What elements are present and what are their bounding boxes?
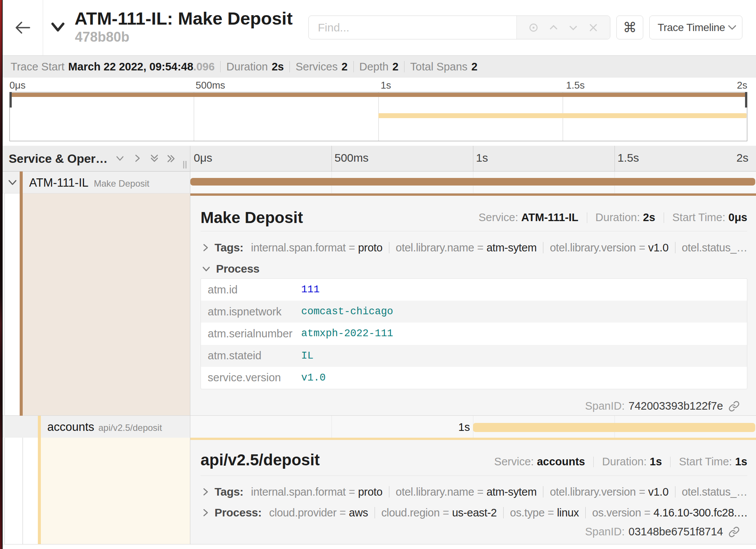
collapse-trace-caret[interactable]	[49, 19, 67, 36]
tags-row-atm[interactable]: Tags: internal.span.format=proto otel.li…	[202, 241, 748, 254]
find-input[interactable]	[309, 16, 516, 39]
chevron-down-icon	[728, 25, 736, 30]
keyboard-shortcuts-button[interactable]: ⌘	[616, 16, 643, 39]
prev-match-icon[interactable]	[548, 22, 559, 33]
trace-view-selector-label: Trace Timeline	[658, 22, 725, 34]
find-group	[308, 16, 610, 39]
minimap-scrubber-left[interactable]	[9, 92, 12, 108]
tree-hairline	[22, 438, 23, 544]
divider	[587, 212, 587, 223]
process-row-accounts[interactable]: Process: cloud.provider=aws cloud.region…	[202, 506, 748, 519]
start-time-value: 1s	[735, 455, 747, 468]
link-icon[interactable]	[728, 526, 740, 538]
detail-border	[3, 544, 756, 544]
span-bar-accounts[interactable]	[473, 423, 755, 432]
tree-hairline	[4, 193, 5, 416]
minimap-span-accounts	[378, 113, 747, 118]
span-duration-label: 1s	[435, 421, 470, 434]
detail-divider	[201, 476, 747, 476]
detail-meta-accounts: Service: accounts Duration: 1s Start Tim…	[494, 455, 747, 468]
divider	[593, 457, 594, 467]
trace-start-value: March 22 2022, 09:54:48.096	[68, 61, 215, 73]
span-id-value: 742003393b122f7e	[628, 400, 723, 412]
timeline-tick-0us: 0μs	[194, 151, 212, 164]
operation-name-atm[interactable]: Make Deposit	[94, 178, 149, 189]
minimap-tick-500ms: 500ms	[196, 80, 225, 91]
process-row: atm.serialnumber atmxph-2022-111	[201, 323, 747, 345]
span-id-label: SpanID:	[585, 400, 625, 412]
trace-summary-bar: Trace Start March 22 2022, 09:54:48.096 …	[3, 56, 756, 78]
timeline-tick-500ms: 500ms	[334, 151, 369, 164]
duration-label: Duration	[226, 61, 268, 73]
span-id-accounts: SpanID: 03148be6751f8714	[585, 526, 740, 538]
start-time-label: Start Time:	[679, 455, 732, 468]
operation-name-accounts[interactable]: api/v2.5/deposit	[98, 423, 162, 433]
duration-value: 2s	[643, 211, 655, 223]
trace-start-label: Trace Start	[11, 61, 64, 73]
detail-title-accounts: api/v2.5/deposit	[201, 451, 320, 469]
column-divider[interactable]	[190, 146, 190, 544]
jaeger-trace-page: ATM-111-IL: Make Deposit 478b80b ⌘ Trace…	[0, 0, 756, 549]
minimap-tick-1s: 1s	[381, 80, 391, 91]
service-value: ATM-111-IL	[521, 211, 579, 223]
trace-view-selector[interactable]: Trace Timeline	[649, 16, 742, 39]
services-value: 2	[341, 61, 347, 73]
link-icon[interactable]	[728, 401, 740, 412]
next-match-icon[interactable]	[568, 22, 579, 33]
service-operation-column-header: Service & Oper…	[9, 152, 107, 166]
process-section-header-atm[interactable]: Process	[202, 262, 748, 276]
minimap-scrubber-right[interactable]	[745, 92, 747, 108]
depth-value: 2	[392, 61, 398, 73]
divider	[675, 242, 675, 253]
detail-meta-atm: Service: ATM-111-IL Duration: 2s Start T…	[479, 211, 747, 224]
span-tree-guide-accounts	[38, 416, 41, 544]
column-resize-grip[interactable]	[183, 161, 187, 168]
chevron-down-icon	[49, 19, 67, 36]
span-bar-atm[interactable]	[190, 178, 755, 186]
divider	[404, 61, 404, 72]
duration-value: 2s	[272, 61, 284, 73]
chevron-down-icon	[202, 265, 211, 273]
minimap-tick-0us: 0μs	[9, 80, 25, 91]
span-id-value: 03148be6751f8714	[628, 526, 723, 538]
minimap-span-atm	[10, 93, 747, 97]
span-tree-guide-atm	[20, 172, 23, 416]
divider	[389, 486, 389, 498]
timeline-tick-1-5s: 1.5s	[618, 151, 639, 164]
detail-tint-accounts	[41, 438, 190, 544]
header-gridline	[331, 146, 332, 171]
expand-one-icon[interactable]	[132, 153, 143, 164]
service-name-accounts[interactable]: accounts	[47, 420, 94, 434]
divider	[543, 486, 543, 498]
process-table-atm: atm.id 111 atm.ispnetwork comcast-chicag…	[201, 278, 747, 389]
divider	[585, 507, 586, 518]
divider	[220, 61, 221, 72]
service-label: Service:	[479, 211, 518, 223]
clear-find-icon[interactable]	[588, 22, 599, 33]
collapse-span-caret[interactable]	[8, 180, 17, 186]
detail-title-atm: Make Deposit	[201, 209, 303, 227]
expand-all-icon[interactable]	[166, 153, 177, 164]
services-label: Services	[296, 61, 338, 73]
duration-value: 1s	[650, 455, 662, 468]
page-title: ATM-111-IL: Make Deposit	[75, 8, 292, 29]
trace-id: 478b80b	[75, 29, 129, 45]
divider	[353, 61, 354, 72]
process-label: Process	[216, 262, 260, 275]
focus-match-icon[interactable]	[528, 22, 539, 33]
tags-row-accounts[interactable]: Tags: internal.span.format=proto otel.li…	[202, 485, 748, 499]
tree-hairline	[4, 438, 5, 544]
duration-label: Duration:	[602, 455, 647, 468]
minimap-tick-1-5s: 1.5s	[566, 80, 585, 91]
process-row: service.version v1.0	[201, 367, 747, 389]
process-row: atm.id 111	[201, 279, 747, 301]
start-time-label: Start Time:	[672, 211, 725, 223]
service-name-atm[interactable]: ATM-111-IL	[29, 176, 89, 190]
collapse-all-icon[interactable]	[149, 153, 160, 164]
back-button[interactable]	[3, 0, 43, 55]
detail-divider	[201, 231, 747, 231]
collapse-one-icon[interactable]	[115, 153, 125, 164]
divider	[664, 212, 664, 223]
divider	[670, 457, 670, 467]
arrow-left-icon	[14, 21, 31, 34]
